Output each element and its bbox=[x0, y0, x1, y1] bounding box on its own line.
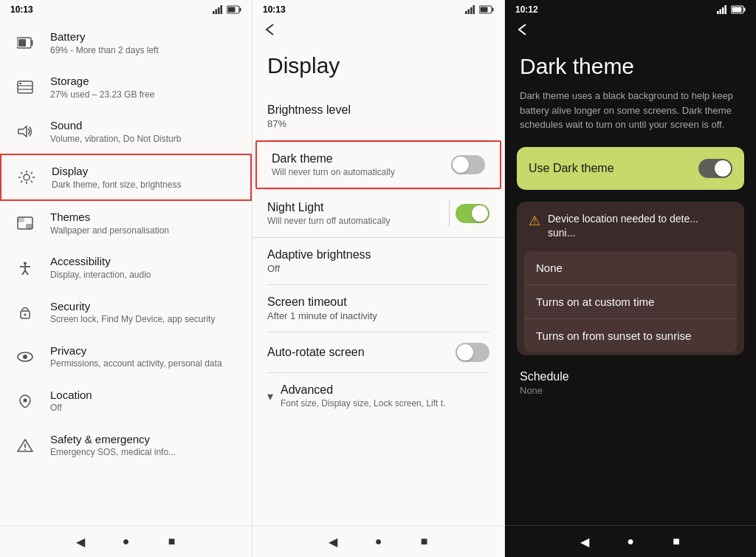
schedule-section: Schedule None bbox=[505, 355, 756, 402]
dropdown-option-sunset[interactable]: Turns on from sunset to sunrise bbox=[524, 319, 737, 352]
use-dark-theme-row[interactable]: Use Dark theme bbox=[517, 147, 744, 190]
accessibility-title: Accessibility bbox=[50, 254, 240, 269]
svg-rect-5 bbox=[240, 8, 241, 12]
dark-theme-toggle[interactable] bbox=[451, 155, 485, 174]
settings-list: Battery 69% - More than 2 days left Stor… bbox=[0, 18, 252, 525]
display-item-screen-timeout[interactable]: Screen timeout After 1 minute of inactiv… bbox=[252, 285, 504, 332]
location-subtitle: Off bbox=[50, 403, 240, 414]
svg-marker-14 bbox=[18, 126, 27, 137]
dropdown-option-custom-time[interactable]: Turns on at custom time bbox=[524, 285, 737, 319]
safety-icon bbox=[12, 432, 38, 459]
svg-rect-3 bbox=[221, 5, 223, 14]
dark-theme-title: Dark theme bbox=[272, 152, 395, 165]
svg-rect-40 bbox=[465, 11, 467, 14]
settings-item-themes[interactable]: Themes Wallpaper and personalisation bbox=[0, 201, 252, 245]
display-item-adaptive[interactable]: Adaptive brightness Off bbox=[252, 238, 504, 284]
nav-bar-1: ◀ ● ■ bbox=[0, 525, 252, 557]
back-nav-2[interactable]: ◀ bbox=[325, 533, 341, 550]
auto-rotate-toggle[interactable] bbox=[456, 343, 489, 362]
settings-item-privacy[interactable]: Privacy Permissions, account activity, p… bbox=[0, 335, 252, 379]
spacer bbox=[505, 402, 756, 525]
back-button-3[interactable] bbox=[505, 18, 756, 41]
dark-theme-subtitle: Will never turn on automatically bbox=[272, 167, 395, 177]
dark-theme-toggle-knob bbox=[453, 157, 469, 173]
settings-item-security[interactable]: Security Screen lock, Find My Device, ap… bbox=[0, 290, 252, 335]
storage-title: Storage bbox=[50, 74, 240, 89]
status-bar-2: 10:13 bbox=[252, 0, 504, 18]
brightness-value: 87% bbox=[267, 118, 489, 129]
adaptive-value: Off bbox=[267, 263, 489, 274]
settings-item-location[interactable]: Location Off bbox=[0, 379, 252, 423]
settings-item-sound[interactable]: Sound Volume, vibration, Do Not Disturb bbox=[0, 109, 252, 154]
recents-nav-3[interactable]: ■ bbox=[668, 533, 684, 550]
svg-rect-9 bbox=[18, 39, 26, 47]
back-icon-2 bbox=[264, 24, 279, 35]
back-nav-3[interactable]: ◀ bbox=[577, 533, 593, 550]
time-1: 10:13 bbox=[10, 4, 33, 15]
use-dark-theme-knob bbox=[715, 160, 731, 177]
svg-rect-25 bbox=[18, 217, 24, 222]
home-nav-3[interactable]: ● bbox=[622, 533, 639, 550]
advanced-subtitle: Font size, Display size, Lock screen, Li… bbox=[281, 398, 445, 409]
option-none-label: None bbox=[536, 262, 563, 274]
svg-line-23 bbox=[31, 172, 32, 174]
display-item-night-light[interactable]: Night Light Will never turn off automati… bbox=[252, 190, 504, 238]
night-light-right bbox=[449, 200, 489, 227]
option-sunset-label: Turns on from sunset to sunrise bbox=[536, 329, 691, 342]
safety-text: Safety & emergency Emergency SOS, medica… bbox=[50, 432, 240, 459]
dropdown-options: None Turns on at custom time Turns on fr… bbox=[524, 251, 737, 352]
warning-text: Device location needed to dete...suni... bbox=[548, 212, 698, 241]
display-settings-list: Brightness level 87% Dark theme Will nev… bbox=[252, 93, 504, 525]
settings-item-battery[interactable]: Battery 69% - More than 2 days left bbox=[0, 21, 252, 65]
svg-point-36 bbox=[24, 398, 27, 402]
nav-bar-2: ◀ ● ■ bbox=[252, 525, 504, 557]
back-button-2[interactable] bbox=[252, 18, 504, 41]
night-light-toggle[interactable] bbox=[456, 204, 489, 223]
home-nav-1[interactable]: ● bbox=[118, 533, 134, 550]
svg-rect-45 bbox=[492, 8, 494, 12]
display-item-advanced[interactable]: ▾ Advanced Font size, Display size, Lock… bbox=[252, 373, 504, 419]
recents-nav-2[interactable]: ■ bbox=[416, 533, 433, 550]
svg-point-35 bbox=[23, 355, 27, 359]
dropdown-option-none[interactable]: None bbox=[524, 251, 737, 285]
signal-icon-2 bbox=[465, 5, 475, 14]
safety-subtitle: Emergency SOS, medical info... bbox=[50, 447, 240, 459]
recents-nav-1[interactable]: ■ bbox=[164, 533, 180, 550]
sound-subtitle: Volume, vibration, Do Not Disturb bbox=[50, 134, 240, 146]
settings-item-display[interactable]: Display Dark theme, font size, brightnes… bbox=[0, 154, 252, 201]
battery-text: Battery 69% - More than 2 days left bbox=[50, 30, 240, 56]
settings-item-safety[interactable]: Safety & emergency Emergency SOS, medica… bbox=[0, 423, 252, 468]
svg-rect-53 bbox=[732, 7, 742, 13]
separator bbox=[449, 200, 450, 227]
display-item-dark-theme[interactable]: Dark theme Will never turn on automatica… bbox=[255, 140, 501, 189]
svg-line-30 bbox=[22, 270, 25, 275]
battery-subtitle: 69% - More than 2 days left bbox=[50, 45, 240, 57]
night-light-left: Night Light Will never turn off automati… bbox=[267, 201, 391, 226]
settings-item-accessibility[interactable]: Accessibility Display, interaction, audi… bbox=[0, 245, 252, 290]
back-icon-3 bbox=[517, 24, 532, 35]
storage-icon bbox=[12, 74, 38, 100]
use-dark-theme-toggle[interactable] bbox=[698, 159, 732, 178]
privacy-title: Privacy bbox=[50, 344, 240, 358]
battery-icon bbox=[12, 30, 38, 56]
battery-icon-2 bbox=[479, 5, 494, 14]
themes-subtitle: Wallpaper and personalisation bbox=[50, 225, 240, 237]
back-nav-1[interactable]: ◀ bbox=[72, 533, 89, 550]
sound-title: Sound bbox=[50, 118, 240, 133]
security-text: Security Screen lock, Find My Device, ap… bbox=[50, 299, 240, 326]
home-nav-2[interactable]: ● bbox=[371, 533, 387, 550]
adaptive-title: Adaptive brightness bbox=[267, 248, 489, 262]
display-item-auto-rotate[interactable]: Auto-rotate screen bbox=[252, 332, 504, 372]
sound-text: Sound Volume, vibration, Do Not Disturb bbox=[50, 118, 240, 145]
schedule-value: None bbox=[520, 385, 741, 396]
auto-rotate-toggle-knob bbox=[457, 344, 473, 360]
svg-rect-43 bbox=[473, 5, 475, 14]
location-icon bbox=[12, 388, 38, 414]
night-light-text: Night Light Will never turn off automati… bbox=[267, 201, 391, 226]
display-item-brightness[interactable]: Brightness level 87% bbox=[252, 93, 504, 140]
svg-line-31 bbox=[25, 270, 28, 275]
location-text: Location Off bbox=[50, 388, 240, 414]
svg-rect-13 bbox=[19, 83, 21, 84]
settings-item-storage[interactable]: Storage 27% used – 23.23 GB free bbox=[0, 65, 252, 109]
dark-theme-row: Dark theme Will never turn on automatica… bbox=[272, 152, 485, 177]
